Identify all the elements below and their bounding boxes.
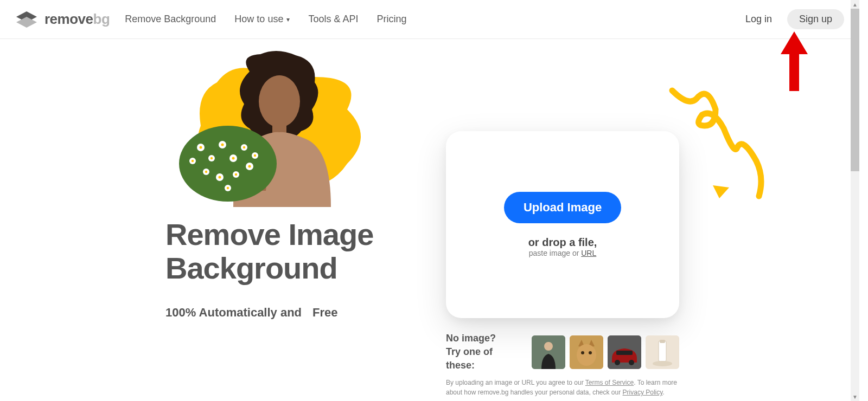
sub-headline: 100% Automatically and Free — [165, 305, 343, 321]
svg-rect-40 — [659, 341, 666, 361]
legal-t3: . — [662, 389, 664, 396]
svg-marker-44 — [781, 31, 808, 91]
svg-point-21 — [243, 146, 245, 148]
headline-line2: Background — [165, 251, 373, 285]
scroll-down-arrow-icon[interactable]: ▼ — [851, 392, 859, 401]
samples-line2: Try one of these: — [446, 345, 521, 372]
sample-thumb-cat[interactable] — [570, 335, 603, 369]
samples-text: No image? Try one of these: — [446, 332, 521, 373]
hero-illustration — [168, 50, 396, 207]
scrollbar-thumb[interactable] — [851, 9, 859, 171]
svg-rect-41 — [660, 340, 665, 343]
legal-t1: By uploading an image or URL you agree t… — [446, 379, 585, 386]
svg-point-24 — [235, 173, 237, 176]
samples-line1: No image? — [446, 332, 521, 345]
annotation-red-arrow — [781, 31, 808, 91]
svg-point-37 — [615, 360, 620, 365]
yellow-squiggle — [664, 82, 783, 202]
svg-point-20 — [232, 157, 235, 160]
svg-point-18 — [210, 157, 213, 159]
scroll-up-arrow-icon[interactable]: ▲ — [851, 0, 859, 9]
svg-marker-43 — [713, 185, 729, 198]
svg-point-42 — [653, 361, 672, 366]
sub-prefix: 100% Automatically and — [165, 306, 302, 320]
nav-links: Remove Background How to use ▾ Tools & A… — [125, 14, 406, 25]
signup-button[interactable]: Sign up — [787, 9, 844, 29]
hero-right: Upload Image or drop a file, paste image… — [412, 50, 827, 401]
login-link[interactable]: Log in — [745, 14, 772, 25]
svg-point-19 — [221, 144, 224, 146]
svg-point-32 — [577, 344, 596, 366]
nav-how-to-use[interactable]: How to use ▾ — [234, 14, 290, 25]
person-with-flowers — [168, 50, 396, 207]
nav-tools-api-label: Tools & API — [308, 14, 358, 25]
upload-image-label: Upload Image — [524, 200, 602, 214]
terms-of-service-link[interactable]: Terms of Service — [585, 379, 634, 386]
paste-text: paste image or URL — [528, 249, 597, 257]
nav-pricing[interactable]: Pricing — [376, 14, 406, 25]
samples: No image? Try one of these: — [446, 332, 679, 373]
svg-point-33 — [581, 351, 584, 354]
free-label: Free — [312, 306, 337, 319]
auth: Log in Sign up — [745, 9, 844, 29]
nav-tools-api[interactable]: Tools & API — [308, 14, 358, 25]
yellow-triangle-icon — [713, 185, 729, 198]
logo-text-remove: remove — [44, 11, 93, 27]
headline-line1: Remove Image — [165, 218, 373, 251]
svg-point-25 — [248, 165, 251, 168]
free-badge: Free — [307, 305, 343, 321]
nav-remove-background-label: Remove Background — [125, 14, 216, 25]
sample-thumbs — [532, 335, 679, 369]
scrollbar[interactable]: ▲ ▼ — [851, 0, 859, 401]
logo[interactable]: removebg — [15, 10, 110, 29]
upload-card[interactable]: Upload Image or drop a file, paste image… — [446, 131, 679, 318]
nav-how-to-use-label: How to use — [234, 14, 283, 25]
drop-file-text: or drop a file, — [528, 236, 597, 249]
main: Remove Image Background 100% Automatical… — [0, 39, 859, 401]
login-label: Log in — [745, 14, 772, 24]
signup-label: Sign up — [799, 14, 832, 24]
svg-point-23 — [219, 176, 221, 179]
svg-point-27 — [254, 154, 256, 157]
svg-point-34 — [589, 351, 592, 354]
svg-point-2 — [259, 75, 300, 127]
svg-point-26 — [192, 160, 194, 162]
upload-image-button[interactable]: Upload Image — [504, 192, 621, 223]
logo-text: removebg — [44, 11, 110, 28]
paste-prefix: paste image or — [529, 249, 582, 257]
hero-left: Remove Image Background 100% Automatical… — [33, 50, 412, 401]
svg-point-17 — [200, 146, 202, 149]
svg-point-22 — [205, 171, 207, 173]
headline: Remove Image Background — [165, 218, 373, 284]
logo-icon — [15, 10, 38, 29]
sample-thumb-person[interactable] — [532, 335, 565, 369]
privacy-policy-link[interactable]: Privacy Policy — [623, 389, 663, 396]
logo-text-bg: bg — [93, 11, 110, 27]
chevron-down-icon: ▾ — [286, 16, 290, 23]
svg-point-30 — [544, 342, 553, 351]
top-nav: removebg Remove Background How to use ▾ … — [0, 0, 859, 39]
paste-url-link[interactable]: URL — [581, 249, 596, 257]
svg-point-38 — [629, 360, 634, 365]
svg-point-28 — [227, 187, 229, 189]
nav-remove-background[interactable]: Remove Background — [125, 14, 216, 25]
nav-pricing-label: Pricing — [376, 14, 406, 25]
sample-thumb-car[interactable] — [608, 335, 641, 369]
svg-rect-36 — [616, 351, 633, 355]
legal-text: By uploading an image or URL you agree t… — [446, 378, 679, 397]
sample-thumb-product[interactable] — [646, 335, 679, 369]
